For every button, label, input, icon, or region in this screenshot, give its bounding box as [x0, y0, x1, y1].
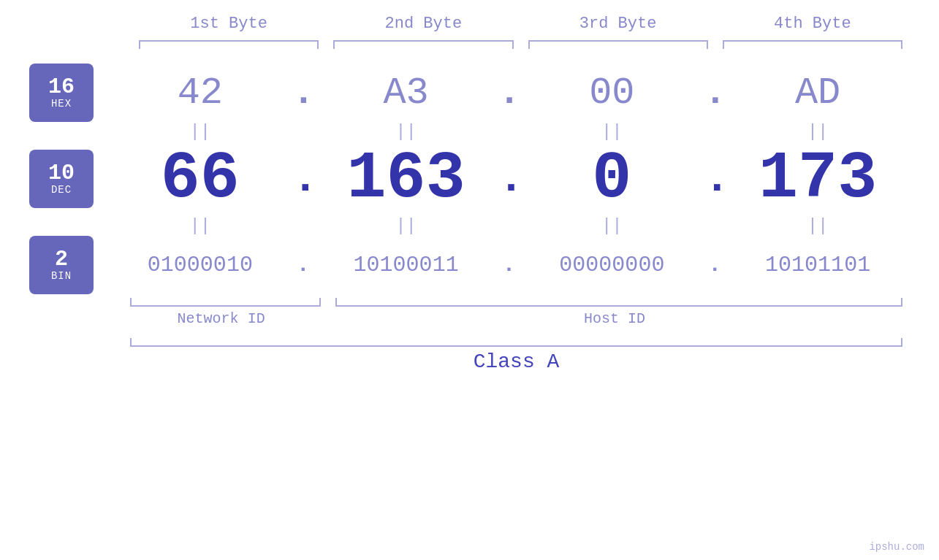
byte2-header: 2nd Byte — [326, 15, 520, 33]
top-brackets — [29, 40, 910, 49]
bin-dot1: . — [292, 253, 314, 277]
class-bracket-area — [29, 338, 910, 347]
hex-badge: 16 HEX — [29, 64, 94, 122]
id-labels-row: Network ID Host ID — [29, 310, 910, 327]
dec-byte4: 173 — [726, 142, 910, 216]
sep1-byte4: || — [726, 122, 910, 142]
network-bracket — [130, 298, 321, 307]
hex-byte1: 42 — [108, 72, 292, 115]
bracket-byte4 — [723, 40, 902, 49]
dec-row: 10 DEC 66 . 163 . 0 . 173 — [29, 142, 910, 216]
sep-hex-dec: || || || || — [29, 122, 910, 142]
bin-base-label: BIN — [51, 270, 72, 282]
watermark: ipshu.com — [869, 541, 924, 553]
dec-dot2: . — [498, 154, 520, 204]
sep1-byte3: || — [520, 122, 704, 142]
host-bracket — [335, 298, 902, 307]
byte3-header: 3rd Byte — [521, 15, 715, 33]
dec-base-number: 10 — [48, 162, 75, 184]
main-container: 1st Byte 2nd Byte 3rd Byte 4th Byte 16 H… — [0, 0, 939, 560]
bin-dot2: . — [498, 253, 520, 277]
class-label-row: Class A — [29, 350, 910, 373]
hex-dot3: . — [704, 72, 726, 115]
bin-byte3: 00000000 — [520, 253, 704, 277]
bin-base-number: 2 — [55, 248, 68, 270]
hex-dot2: . — [498, 72, 520, 115]
dec-values: 66 . 163 . 0 . 173 — [108, 142, 910, 216]
bin-byte1: 01000010 — [108, 253, 292, 277]
sep2-byte2: || — [314, 216, 498, 236]
dec-byte3: 0 — [520, 142, 704, 216]
network-host-brackets — [29, 298, 910, 307]
bracket-byte1 — [139, 40, 319, 49]
dec-base-label: DEC — [51, 184, 72, 196]
bin-row: 2 BIN 01000010 . 10100011 . 00000000 . 1… — [29, 236, 910, 294]
class-label: Class A — [123, 350, 910, 373]
hex-base-number: 16 — [48, 76, 75, 98]
hex-values: 42 . A3 . 00 . AD — [108, 72, 910, 115]
hex-base-label: HEX — [51, 98, 72, 110]
host-id-label: Host ID — [319, 310, 910, 327]
bin-values: 01000010 . 10100011 . 00000000 . 1010110… — [108, 253, 910, 277]
byte4-header: 4th Byte — [715, 15, 910, 33]
bin-badge: 2 BIN — [29, 236, 94, 294]
sep2-byte4: || — [726, 216, 910, 236]
byte-headers: 1st Byte 2nd Byte 3rd Byte 4th Byte — [29, 15, 910, 33]
sep1-byte1: || — [108, 122, 292, 142]
dec-byte2: 163 — [314, 142, 498, 216]
hex-byte4: AD — [726, 72, 910, 115]
network-id-label: Network ID — [123, 310, 319, 327]
bin-byte2: 10100011 — [314, 253, 498, 277]
hex-byte3: 00 — [520, 72, 704, 115]
class-bracket — [130, 338, 902, 347]
hex-byte2: A3 — [314, 72, 498, 115]
hex-row: 16 HEX 42 . A3 . 00 . AD — [29, 64, 910, 122]
dec-dot1: . — [292, 154, 314, 204]
sep2-byte1: || — [108, 216, 292, 236]
sep1-byte2: || — [314, 122, 498, 142]
hex-dot1: . — [292, 72, 314, 115]
sep2-byte3: || — [520, 216, 704, 236]
bin-byte4: 10101101 — [726, 253, 910, 277]
sep-dec-bin: || || || || — [29, 216, 910, 236]
bracket-byte2 — [333, 40, 513, 49]
dec-dot3: . — [704, 154, 726, 204]
byte1-header: 1st Byte — [132, 15, 326, 33]
dec-badge: 10 DEC — [29, 150, 94, 208]
bracket-byte3 — [528, 40, 708, 49]
bin-dot3: . — [704, 253, 726, 277]
dec-byte1: 66 — [108, 142, 292, 216]
